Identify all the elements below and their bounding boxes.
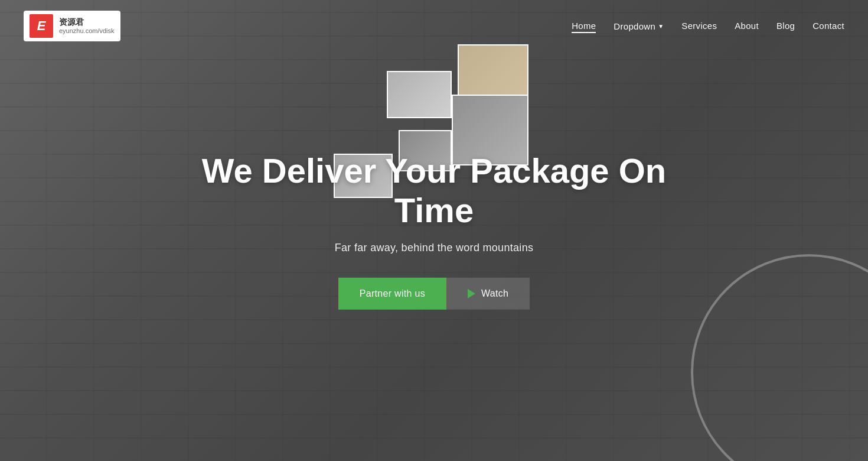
logo-sub-text: eyunzhu.com/vdisk xyxy=(59,27,115,35)
hero-section: E 资源君 eyunzhu.com/vdisk Home Dropdown ▼ … xyxy=(0,0,868,461)
partner-button[interactable]: Partner with us xyxy=(338,278,446,310)
nav-item-home: Home xyxy=(572,21,596,31)
chevron-down-icon: ▼ xyxy=(658,23,664,30)
wall-photo-1 xyxy=(387,71,452,118)
nav-item-blog: Blog xyxy=(776,21,795,31)
nav-dropdown-wrapper: Dropdown ▼ xyxy=(614,21,664,31)
nav-link-about[interactable]: About xyxy=(735,21,759,31)
nav-link-dropdown[interactable]: Dropdown ▼ xyxy=(614,21,664,31)
play-icon xyxy=(468,289,475,298)
nav-item-contact: Contact xyxy=(812,21,844,31)
hero-subtitle: Far far away, behind the word mountains xyxy=(198,242,670,254)
hero-title: We Deliver Your Package On Time xyxy=(198,151,670,230)
nav-item-dropdown: Dropdown ▼ xyxy=(614,21,664,31)
nav-link-contact[interactable]: Contact xyxy=(812,21,844,31)
logo-main-text: 资源君 xyxy=(59,17,115,27)
wall-photo-2 xyxy=(458,44,528,98)
logo-text: 资源君 eyunzhu.com/vdisk xyxy=(59,17,115,35)
hero-buttons: Partner with us Watch xyxy=(198,278,670,310)
navbar: E 资源君 eyunzhu.com/vdisk Home Dropdown ▼ … xyxy=(0,0,868,52)
watch-button-label: Watch xyxy=(481,288,508,299)
hero-content: We Deliver Your Package On Time Far far … xyxy=(198,151,670,310)
nav-links: Home Dropdown ▼ Services About Blog xyxy=(572,21,844,31)
logo[interactable]: E 资源君 eyunzhu.com/vdisk xyxy=(24,11,120,41)
nav-dropdown-label: Dropdown xyxy=(614,21,655,31)
nav-link-home[interactable]: Home xyxy=(572,21,596,33)
nav-link-blog[interactable]: Blog xyxy=(776,21,795,31)
watch-button[interactable]: Watch xyxy=(446,278,530,310)
nav-item-services: Services xyxy=(681,21,717,31)
logo-icon: E xyxy=(30,14,53,38)
nav-item-about: About xyxy=(735,21,759,31)
nav-link-services[interactable]: Services xyxy=(681,21,717,31)
